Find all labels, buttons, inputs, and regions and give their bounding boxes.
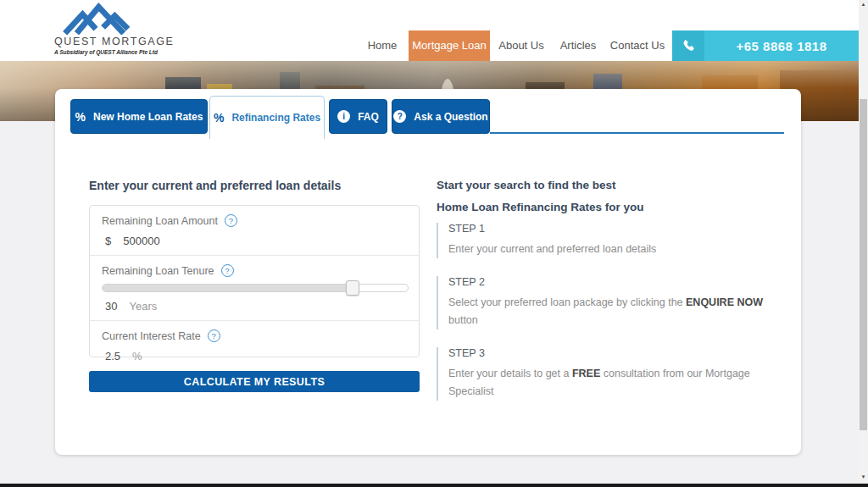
logo[interactable]: QUEST MORTGAGE A Subsidiary of QUEST All… <box>54 3 147 55</box>
steps-list: STEP 1 Enter your current and preferred … <box>437 223 769 418</box>
step-text: Enter your current and preferred loan de… <box>448 241 769 258</box>
percent-icon: % <box>214 111 224 125</box>
nav-item-about-us[interactable]: About Us <box>493 30 549 61</box>
tenure-unit: Years <box>129 300 157 313</box>
tenure-slider-fill <box>103 285 353 291</box>
tab-label: Refinancing Rates <box>231 112 320 124</box>
tab-label: New Home Loan Rates <box>93 111 203 123</box>
steps-heading-line2: Home Loan Refinancing Rates for you <box>437 201 644 213</box>
scrollbar-up-arrow[interactable]: ▲ <box>859 2 868 7</box>
help-icon[interactable]: ? <box>208 329 220 342</box>
bottom-bar <box>0 484 868 487</box>
nav-item-articles[interactable]: Articles <box>551 30 605 61</box>
step-label: STEP 2 <box>448 276 769 288</box>
step-text: Enter your details to get a FREE consult… <box>448 365 769 401</box>
rate-input[interactable]: 2.5 % <box>105 350 407 362</box>
step-label: STEP 1 <box>448 223 769 235</box>
scrollbar-thumb[interactable] <box>860 99 867 430</box>
question-icon: ? <box>393 110 406 123</box>
field-label: Remaining Loan Tenure <box>102 265 214 277</box>
tab-label: Ask a Question <box>414 111 487 123</box>
calculate-button[interactable]: CALCULATE MY RESULTS <box>89 371 420 392</box>
step-item: STEP 1 Enter your current and preferred … <box>437 223 769 258</box>
step-text: Select your preferred loan package by cl… <box>448 294 769 329</box>
rate-value: 2.5 <box>105 350 120 362</box>
amount-input[interactable]: $ 500000 <box>105 235 407 247</box>
nav-item-mortgage-loan[interactable]: Mortgage Loan <box>409 30 490 61</box>
percent-icon: % <box>75 110 86 124</box>
phone-number[interactable]: +65 8868 1818 <box>704 30 859 61</box>
tabs-underline <box>490 132 784 134</box>
steps-heading-line1: Start your search to find the best <box>437 179 616 191</box>
site-header: QUEST MORTGAGE A Subsidiary of QUEST All… <box>0 0 868 61</box>
mountain-logo-icon <box>54 3 147 35</box>
logo-subtitle: A Subsidiary of QUEST Alliance Pte Ltd <box>54 49 147 55</box>
tenure-slider-handle[interactable] <box>346 280 359 296</box>
field-current-interest-rate: Current Interest Rate ? 2.5 % <box>90 320 419 370</box>
field-label: Remaining Loan Amount <box>102 215 218 227</box>
nav-item-home[interactable]: Home <box>356 30 409 61</box>
scrollbar[interactable]: ▲ ▼ <box>859 0 868 484</box>
scrollbar-down-arrow[interactable]: ▼ <box>859 474 868 479</box>
phone-icon[interactable] <box>672 30 704 61</box>
amount-prefix: $ <box>105 235 111 247</box>
field-label: Current Interest Rate <box>102 330 201 342</box>
step-item: STEP 2 Select your preferred loan packag… <box>437 276 769 329</box>
info-icon: i <box>337 110 350 123</box>
help-icon[interactable]: ? <box>221 264 234 277</box>
step-item: STEP 3 Enter your details to get a FREE … <box>437 347 769 401</box>
help-icon[interactable]: ? <box>225 214 237 227</box>
tab-ask-a-question[interactable]: ? Ask a Question <box>392 99 490 134</box>
nav-item-contact-us[interactable]: Contact Us <box>607 30 668 61</box>
amount-value: 500000 <box>123 235 159 247</box>
tenure-input[interactable]: 30 Years <box>105 300 407 313</box>
tab-refinancing-rates[interactable]: % Refinancing Rates <box>209 96 325 139</box>
tab-new-home-loan-rates[interactable]: % New Home Loan Rates <box>70 99 208 134</box>
loan-form: Remaining Loan Amount ? $ 500000 Remaini… <box>89 205 420 357</box>
content-card: % New Home Loan Rates % Refinancing Rate… <box>55 89 801 455</box>
tab-label: FAQ <box>358 111 379 123</box>
form-heading: Enter your current and preferred loan de… <box>89 179 341 192</box>
step-label: STEP 3 <box>448 347 769 359</box>
tenure-value: 30 <box>105 300 117 313</box>
tab-faq[interactable]: i FAQ <box>329 99 387 134</box>
tenure-slider[interactable] <box>102 284 409 292</box>
rate-unit: % <box>132 350 142 362</box>
field-remaining-loan-amount: Remaining Loan Amount ? $ 500000 <box>90 206 419 255</box>
logo-title: QUEST MORTGAGE <box>54 36 147 47</box>
field-remaining-loan-tenure: Remaining Loan Tenure ? 30 Years <box>90 255 419 320</box>
